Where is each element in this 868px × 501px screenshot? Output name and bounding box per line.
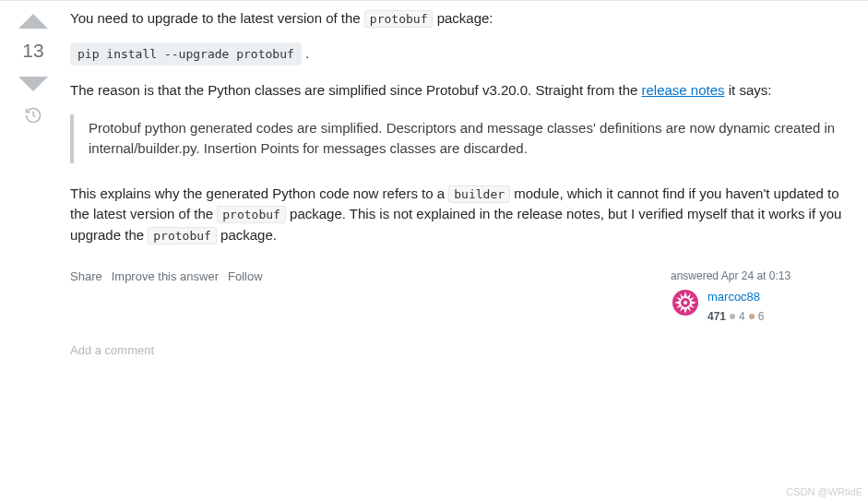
watermark: CSDN @WRtidE: [786, 486, 862, 497]
text: .: [302, 45, 309, 61]
text: You need to upgrade to the latest versio…: [70, 10, 364, 26]
avatar[interactable]: [671, 288, 700, 317]
text: package.: [220, 227, 277, 243]
reputation-line: 471 4 6: [707, 308, 764, 325]
vote-column: 13: [9, 8, 57, 359]
answer-post: 13 You need to upgrade to the latest ver…: [0, 0, 868, 366]
paragraph: This explains why the generated Python c…: [70, 184, 855, 246]
paragraph: You need to upgrade to the latest versio…: [70, 8, 855, 30]
user-meta: marcoc88 471 4 6: [707, 288, 764, 325]
text: This explains why the generated Python c…: [70, 185, 448, 201]
inline-code: builder: [448, 185, 510, 203]
downvote-button[interactable]: [18, 77, 48, 91]
inline-code: protobuf: [148, 227, 217, 245]
user-card: answered Apr 24 at 0:13: [671, 268, 855, 325]
inline-code: protobuf: [217, 206, 286, 223]
text: The reason is that the Python classes ar…: [70, 82, 641, 98]
vote-score: 13: [22, 40, 43, 62]
reputation-score: 471: [707, 308, 726, 325]
actions-row: Share Improve this answer Follow answere…: [70, 268, 855, 325]
share-link[interactable]: Share: [70, 268, 102, 286]
inline-code: protobuf: [364, 10, 434, 28]
release-notes-link[interactable]: release notes: [641, 82, 724, 98]
code-block: pip install --upgrade protobuf .: [70, 42, 855, 66]
paragraph: The reason is that the Python classes ar…: [70, 80, 855, 101]
bronze-badge-icon: [749, 314, 755, 319]
user-row: marcoc88 471 4 6: [671, 288, 855, 325]
user-name-link[interactable]: marcoc88: [707, 288, 764, 306]
text: it says:: [729, 82, 772, 98]
blockquote: Protobuf python generated codes are simp…: [70, 114, 855, 163]
text: package:: [437, 10, 493, 26]
upvote-button[interactable]: [18, 14, 48, 29]
command-text: pip install --upgrade protobuf: [70, 42, 302, 66]
answered-time: answered Apr 24 at 0:13: [671, 268, 855, 284]
action-links: Share Improve this answer Follow: [70, 268, 263, 286]
silver-badge-count: 4: [739, 308, 745, 325]
history-icon[interactable]: [24, 106, 42, 125]
silver-badge-icon: [730, 314, 735, 319]
svg-point-4: [684, 301, 687, 304]
answer-body: You need to upgrade to the latest versio…: [57, 8, 861, 359]
improve-link[interactable]: Improve this answer: [112, 268, 219, 286]
add-comment-link[interactable]: Add a comment: [70, 341, 855, 360]
follow-link[interactable]: Follow: [228, 268, 263, 286]
quote-text: Protobuf python generated codes are simp…: [89, 120, 835, 157]
bronze-badge-count: 6: [758, 308, 765, 325]
